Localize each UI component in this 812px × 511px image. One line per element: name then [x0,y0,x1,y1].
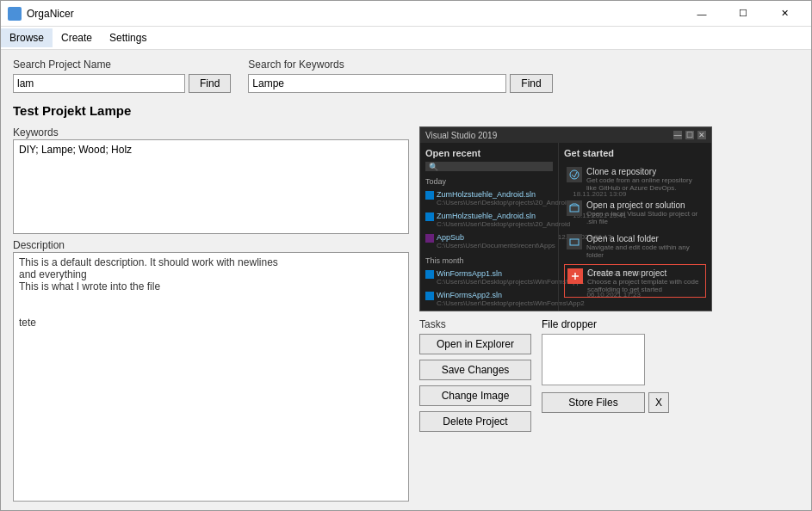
vs-open-project-icon [567,200,582,216]
vs-controls: — ☐ ✕ [673,131,706,139]
keywords-label: Keywords [13,126,409,139]
vs-right-panel: Get started Clone a repository Get code … [558,143,711,311]
project-title: Test Projekt Lampe [13,103,799,118]
vs-file-name-1: ZumHolzstuehle_Android.sln [437,212,570,220]
vs-title-text: Visual Studio 2019 [425,131,497,140]
store-row: Store Files X [542,392,669,413]
vs-file-item-1: ZumHolzstuehle_Android.sln C:\Users\User… [425,211,553,229]
vs-file-name-2: AppSub [437,233,555,242]
vs-thismonth-label: This month [425,256,553,265]
vs-create-project-desc: Choose a project template with code scaf… [587,278,703,293]
svg-rect-1 [570,206,579,212]
project-search-group: Search Project Name Find [13,58,231,93]
main-layout: Keywords DIY; Lampe; Wood; Holz Descript… [13,126,799,502]
change-image-button[interactable]: Change Image [419,385,531,406]
title-bar-left: OrgaNicer [8,7,74,21]
close-button[interactable]: ✕ [765,1,804,27]
title-bar: OrgaNicer — ☐ ✕ [1,1,811,27]
vs-minimize[interactable]: — [673,131,682,139]
left-panel: Keywords DIY; Lampe; Wood; Holz Descript… [13,126,409,502]
tasks-buttons: Open in Explorer Save Changes Change Ima… [419,334,531,432]
vs-clone-icon [567,167,582,182]
project-search-label: Search Project Name [13,58,231,71]
vs-open-folder-icon [567,234,582,249]
menu-bar: Browse Create Settings [1,27,811,50]
vs-open-folder-text: Open a local folder Navigate and edit co… [586,234,704,259]
title-bar-controls: — ☐ ✕ [682,1,804,27]
vs-file-path-0: C:\Users\User\Desktop\projects\20_Androi… [437,199,570,206]
vs-clone-label: Clone a repository [586,167,704,176]
vs-open-project-text: Open a project or solution Open a local … [586,200,704,225]
vs-file-item-3: WinFormsApp1.sln C:\Users\User\Desktop\p… [425,268,553,286]
vs-file-icon-1 [425,212,434,221]
vs-file-item-4: WinFormsApp2.sln C:\Users\User\Desktop\p… [425,290,553,308]
vs-maximize[interactable]: ☐ [685,131,694,139]
file-dropper-section: File dropper Store Files X [542,318,669,432]
description-label: Description [13,239,409,251]
vs-search-bar: 🔍 [425,162,553,171]
right-panel: Visual Studio 2019 — ☐ ✕ Open recent 🔍 [419,126,799,502]
vs-close[interactable]: ✕ [697,131,706,139]
keywords-section: Keywords DIY; Lampe; Wood; Holz [13,126,409,234]
description-textarea[interactable]: <span class="desc-orange">This is a defa… [13,252,409,502]
x-button[interactable]: X [648,392,669,413]
vs-today-label: Today [425,177,553,186]
file-dropper-box[interactable] [542,334,645,385]
vs-file-icon-4 [425,292,434,300]
project-find-button[interactable]: Find [189,74,231,93]
vs-create-project-text: Create a new project Choose a project te… [587,268,703,293]
vs-title-bar: Visual Studio 2019 — ☐ ✕ [420,127,711,143]
vs-preview: Visual Studio 2019 — ☐ ✕ Open recent 🔍 [419,126,712,311]
keywords-value: DIY; Lampe; Wood; Holz [19,144,132,156]
tasks-label: Tasks [419,318,531,330]
vs-file-info-0: ZumHolzstuehle_Android.sln C:\Users\User… [437,190,570,206]
vs-file-item-0: ZumHolzstuehle_Android.sln C:\Users\User… [425,189,553,207]
vs-file-name-0: ZumHolzstuehle_Android.sln [437,190,570,199]
description-section: Description <span class="desc-orange">Th… [13,239,409,502]
vs-create-project-label: Create a new project [587,268,703,278]
vs-file-icon-2 [425,234,434,243]
vs-file-info-1: ZumHolzstuehle_Android.sln C:\Users\User… [437,212,570,228]
vs-open-recent-label: Open recent [425,148,553,158]
vs-open-folder-label: Open a local folder [586,234,704,243]
project-search-input-row: Find [13,74,231,93]
delete-project-button[interactable]: Delete Project [419,411,531,432]
maximize-button[interactable]: ☐ [723,1,763,27]
vs-action-create-project: Create a new project Choose a project te… [564,264,706,298]
content-area: Search Project Name Find Search for Keyw… [1,50,811,510]
vs-body: Open recent 🔍 Today ZumHolzstuehle_Andro… [420,143,711,311]
vs-open-project-desc: Open a local Visual Studio project or .s… [586,210,704,225]
vs-left-panel: Open recent 🔍 Today ZumHolzstuehle_Andro… [420,143,558,311]
vs-file-item-2: AppSub C:\Users\User\Documents\recent\Ap… [425,232,553,250]
keywords-box: DIY; Lampe; Wood; Holz [13,139,409,234]
keywords-search-label: Search for Keywords [248,58,552,71]
menu-settings[interactable]: Settings [101,28,155,47]
keywords-find-button[interactable]: Find [510,74,552,93]
vs-file-path-2: C:\Users\User\Documents\recent\Apps [437,242,555,249]
vs-file-info-2: AppSub C:\Users\User\Documents\recent\Ap… [437,233,555,249]
tasks-section: Tasks Open in Explorer Save Changes Chan… [419,318,799,432]
vs-create-project-icon [567,268,583,284]
vs-action-open-project: Open a project or solution Open a local … [564,197,706,229]
open-explorer-button[interactable]: Open in Explorer [419,334,531,354]
vs-clone-text: Clone a repository Get code from an onli… [586,167,704,192]
vs-get-started-label: Get started [564,148,706,158]
menu-browse[interactable]: Browse [1,28,53,47]
vs-search-input[interactable] [441,162,550,171]
search-row: Search Project Name Find Search for Keyw… [13,58,799,93]
keywords-search-group: Search for Keywords Find [248,58,552,93]
project-search-input[interactable] [13,74,185,93]
vs-file-path-1: C:\Users\User\Desktop\projects\20_Androi… [437,220,570,228]
app-icon [8,7,22,21]
file-dropper-label: File dropper [542,318,669,330]
keywords-search-input[interactable] [248,74,506,93]
vs-action-clone: Clone a repository Get code from an onli… [564,163,706,195]
tasks-group: Tasks Open in Explorer Save Changes Chan… [419,318,531,432]
main-window: OrgaNicer — ☐ ✕ Browse Create Settings S… [0,0,812,511]
save-changes-button[interactable]: Save Changes [419,360,531,380]
vs-file-icon-0 [425,191,434,200]
menu-create[interactable]: Create [53,28,101,47]
vs-open-folder-desc: Navigate and edit code within any folder [586,243,704,259]
store-files-button[interactable]: Store Files [542,392,645,413]
minimize-button[interactable]: — [682,1,722,27]
